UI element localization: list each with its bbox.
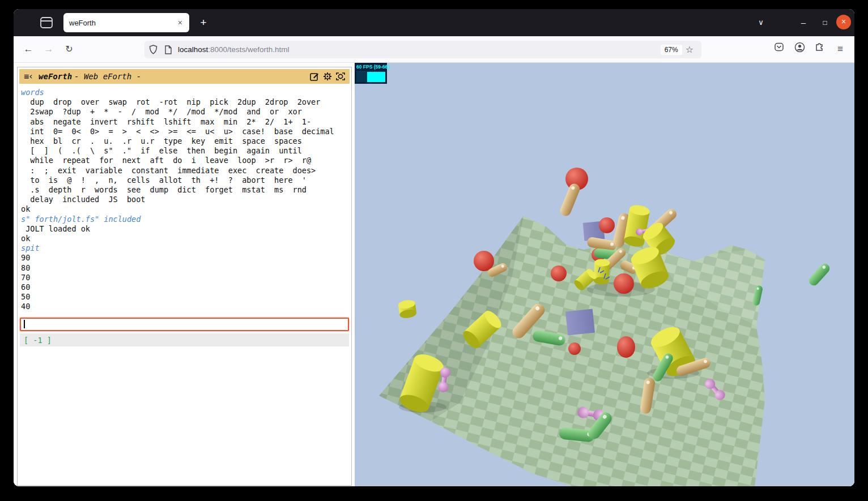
page-icon: [164, 45, 172, 54]
forward-button[interactable]: →: [41, 42, 56, 57]
terminal-line: 60: [21, 282, 348, 292]
back-button[interactable]: ←: [21, 42, 36, 57]
terminal-line: 2swap ?dup + * - / mod */ /mod */mod and…: [21, 107, 348, 117]
terminal-line: : ; exit variable constant immediate exe…: [21, 166, 348, 175]
window-close-button[interactable]: ×: [836, 15, 851, 29]
terminal-line: .s depth r words see dump dict forget ms…: [21, 185, 348, 195]
terminal-subtitle: - Web eForth -: [74, 72, 141, 81]
weforth-terminal-panel: ≡‹ weForth - Web eForth -: [17, 67, 352, 486]
terminal-line: 50: [21, 292, 348, 302]
scan-icon[interactable]: [336, 72, 345, 81]
new-tab-button[interactable]: +: [196, 15, 211, 30]
gear-icon[interactable]: [323, 72, 332, 81]
terminal-header: ≡‹ weForth - Web eForth -: [19, 69, 350, 84]
scene-object-sphere-red: [614, 273, 634, 294]
browser-tab[interactable]: weForth ×: [63, 13, 189, 32]
terminal-menu-icon[interactable]: ≡‹: [24, 71, 33, 82]
stack-status-bar: [ -1 ]: [20, 333, 349, 346]
terminal-line: 40: [21, 302, 348, 311]
url-host: localhost: [178, 45, 208, 54]
terminal-line: [ ] ( .( \ s" ." if else then begin agai…: [21, 146, 348, 156]
scene-object-sphere-red: [474, 251, 494, 271]
shield-icon[interactable]: [149, 45, 158, 54]
terminal-line: 90: [21, 253, 348, 263]
3d-scene[interactable]: [355, 63, 854, 486]
scene-object-sphere-red: [599, 217, 615, 233]
url-path: :8000/tests/weforth.html: [208, 45, 289, 54]
scene-object-cyl-yellow: [398, 299, 417, 319]
scene-object-sphere-red: [617, 336, 635, 358]
terminal-line: ok: [21, 204, 348, 214]
page-content: ≡‹ weForth - Web eForth -: [14, 63, 854, 486]
tab-title: weForth: [69, 19, 96, 27]
terminal-line: delay included JS boot: [21, 195, 348, 204]
terminal-input[interactable]: [20, 318, 349, 331]
fps-graph-fill: [367, 72, 385, 82]
terminal-line: 70: [21, 273, 348, 282]
terminal-line: ok: [21, 234, 348, 243]
url-bar[interactable]: localhost :8000/tests/weforth.html 67% ☆: [144, 41, 701, 58]
extensions-puzzle-icon[interactable]: [812, 42, 827, 57]
jolt-3d-canvas[interactable]: 60 FPS (59-66): [355, 63, 854, 486]
bookmark-star-icon[interactable]: ☆: [686, 44, 693, 55]
reload-button[interactable]: ↻: [62, 42, 76, 57]
terminal-title: weForth: [39, 72, 72, 81]
list-tabs-chevron-icon[interactable]: ∨: [753, 16, 769, 29]
window-minimize-button[interactable]: –: [795, 16, 811, 29]
scene-object-capsule-tan: [559, 182, 581, 218]
terminal-line: hex bl cr . u. .r u.r type key emit spac…: [21, 136, 348, 146]
terminal-line: dup drop over swap rot -rot nip pick 2du…: [21, 97, 348, 107]
scene-object-sphere-red: [568, 342, 581, 355]
text-caret: [24, 320, 25, 328]
browser-window: weForth × + ∨ – □ × ← → ↻ localhost :800…: [14, 9, 854, 486]
edit-icon[interactable]: [310, 72, 319, 81]
fps-label: 60 FPS (59-66): [355, 63, 387, 70]
terminal-line: int 0= 0< 0> = > < <> >= <= u< u> case! …: [21, 127, 348, 136]
browser-titlebar: weForth × + ∨ – □ ×: [14, 9, 854, 36]
fps-graph: [356, 71, 385, 82]
terminal-line: while repeat for next aft do i leave loo…: [21, 156, 348, 165]
terminal-line: s" forth/jolt.fs" included: [21, 215, 348, 224]
scene-object-sphere-red: [551, 266, 567, 281]
terminal-line: to is @ ! , n, cells allot th +! ? abort…: [21, 175, 348, 185]
fps-stats-widget[interactable]: 60 FPS (59-66): [355, 63, 387, 84]
zoom-level-badge[interactable]: 67%: [661, 45, 682, 55]
window-maximize-button[interactable]: □: [817, 16, 833, 29]
account-icon[interactable]: [792, 42, 807, 57]
terminal-line: JOLT loaded ok: [21, 224, 348, 234]
scene-object-capsule-green: [807, 262, 831, 288]
firefox-view-icon[interactable]: [40, 16, 53, 29]
screenshot-root: { "browser": { "tab_title": "weForth", "…: [0, 0, 868, 501]
menu-hamburger-icon[interactable]: ≡: [833, 42, 848, 57]
terminal-line: 80: [21, 263, 348, 273]
terminal-line: words: [21, 88, 348, 97]
terminal-output: words dup drop over swap rot -rot nip pi…: [18, 85, 351, 316]
terminal-line: abs negate invert rshift lshift max min …: [21, 117, 348, 127]
browser-navbar: ← → ↻ localhost :8000/tests/weforth.html…: [14, 36, 854, 63]
tab-close-icon[interactable]: ×: [177, 18, 184, 27]
pocket-icon[interactable]: [772, 42, 786, 57]
terminal-line: spit: [21, 243, 348, 253]
scene-object-box-violet: [565, 309, 595, 336]
